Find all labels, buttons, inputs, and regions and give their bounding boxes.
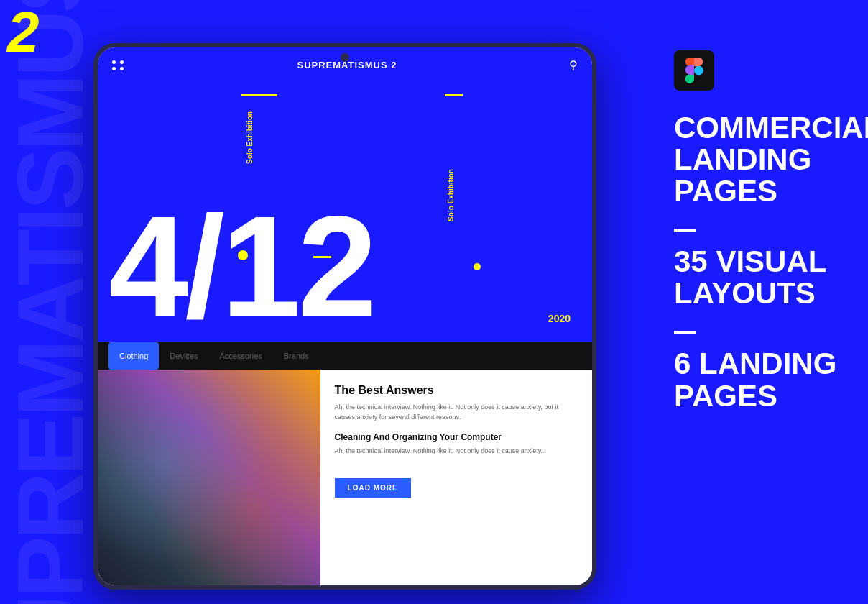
phone-camera bbox=[341, 53, 349, 62]
hero-date: 4/12 bbox=[108, 206, 581, 328]
tab-devices[interactable]: Devices bbox=[159, 342, 208, 370]
rotated-text-2: Solo Exhibition bbox=[447, 169, 455, 221]
rotated-text-1: Solo Exhibition bbox=[246, 111, 254, 164]
deco-line-2 bbox=[445, 94, 463, 96]
deco-line-1 bbox=[241, 94, 277, 96]
deco-dot-1 bbox=[238, 250, 248, 260]
deco-line-3 bbox=[313, 256, 331, 258]
background-text: SUPREMATISMUS 2 bbox=[0, 0, 108, 604]
site-content: The Best Answers Ah, the technical inter… bbox=[98, 370, 592, 585]
article-1-desc: Ah, the technical interview. Nothing lik… bbox=[335, 403, 578, 422]
content-text: The Best Answers Ah, the technical inter… bbox=[320, 370, 592, 585]
dot4 bbox=[120, 67, 124, 70]
separator-2 bbox=[674, 331, 696, 334]
dot2 bbox=[120, 60, 124, 64]
bg-watermark: SUPREMATISMUS 2 bbox=[4, 0, 97, 604]
search-icon[interactable]: ⚲ bbox=[569, 58, 578, 72]
panel-subtitle-2: 6 LANDING PAGES bbox=[674, 348, 839, 411]
figma-icon-container bbox=[674, 50, 714, 91]
content-image bbox=[98, 370, 320, 585]
article-2-desc: Ah, the technical interview. Nothing lik… bbox=[335, 447, 578, 457]
right-panel: COMMERCIAL LANDING PAGES 35 VISUAL LAYOU… bbox=[645, 0, 868, 604]
dot1 bbox=[112, 60, 116, 64]
article-2-title: Cleaning And Organizing Your Computer bbox=[335, 432, 578, 442]
phone-screen: SUPREMATISMUS 2 ⚲ Solo Exhibition Solo E… bbox=[98, 47, 592, 585]
site-logo: SUPREMATISMUS 2 bbox=[297, 60, 397, 70]
tab-accessories[interactable]: Accessories bbox=[208, 342, 272, 370]
tabs-bar: Clothing Devices Accessories Brands bbox=[98, 342, 592, 370]
separator-1 bbox=[674, 229, 696, 232]
nav-menu-icon[interactable] bbox=[112, 60, 125, 70]
hero-year: 2020 bbox=[548, 313, 571, 324]
site-hero: SUPREMATISMUS 2 ⚲ Solo Exhibition Solo E… bbox=[98, 47, 592, 342]
article-1-title: The Best Answers bbox=[335, 384, 578, 397]
phone-frame: SUPREMATISMUS 2 ⚲ Solo Exhibition Solo E… bbox=[93, 43, 596, 590]
panel-subtitle-1: 35 VISUAL LAYOUTS bbox=[674, 246, 839, 309]
load-more-button[interactable]: LOAD MORE bbox=[335, 478, 411, 498]
device-mockup: SUPREMATISMUS 2 ⚲ Solo Exhibition Solo E… bbox=[93, 43, 611, 590]
tab-clothing[interactable]: Clothing bbox=[108, 342, 159, 370]
dot3 bbox=[112, 67, 116, 70]
deco-dot-2 bbox=[474, 263, 481, 270]
top-left-number: 2 bbox=[7, 4, 40, 61]
panel-title: COMMERCIAL LANDING PAGES bbox=[674, 112, 839, 207]
figma-logo-svg bbox=[683, 58, 705, 83]
tab-brands[interactable]: Brands bbox=[273, 342, 320, 370]
